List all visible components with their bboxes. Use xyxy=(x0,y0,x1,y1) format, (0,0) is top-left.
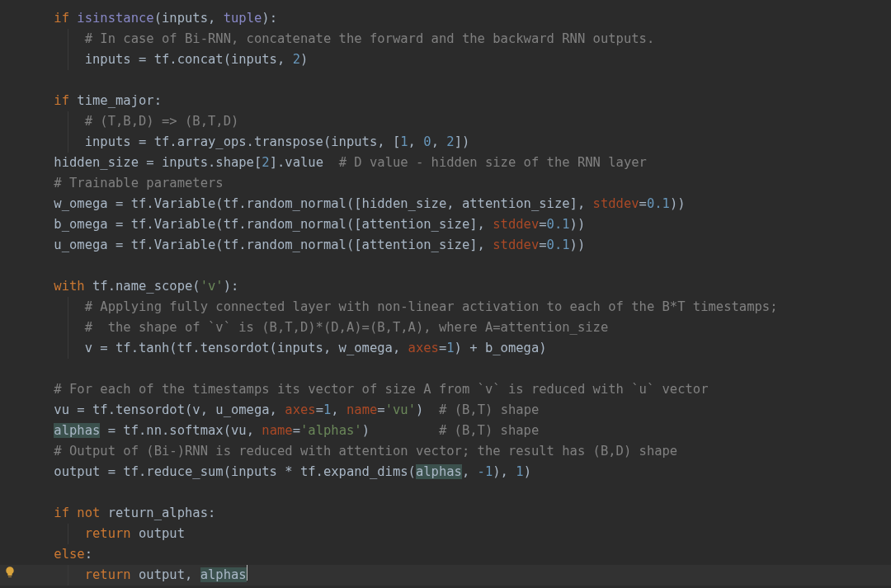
code-token: # Output of (Bi-)RNN is reduced with att… xyxy=(54,444,677,459)
code-token: with xyxy=(54,279,92,294)
code-line[interactable]: # Trainable parameters xyxy=(0,173,891,194)
code-token: axes xyxy=(408,341,439,355)
code-line[interactable]: # In case of Bi-RNN, concatenate the for… xyxy=(0,29,891,49)
code-token: )) xyxy=(570,217,586,232)
code-token: if xyxy=(54,11,77,26)
code-token: )) xyxy=(570,238,586,252)
code-token: hidden_size = inputs.shape[ xyxy=(54,155,262,170)
code-token: -1 xyxy=(478,464,493,479)
code-token: # (B,T) shape xyxy=(439,423,539,438)
code-line[interactable]: b_omega = tf.Variable(tf.random_normal([… xyxy=(0,214,891,235)
code-token: ) + b_omega) xyxy=(455,341,547,355)
code-token: 2 xyxy=(446,134,454,149)
code-line[interactable]: inputs = tf.concat(inputs, 2) xyxy=(0,49,891,70)
code-token: 'alphas' xyxy=(300,423,362,438)
code-token: 'vu' xyxy=(385,402,416,417)
code-token: = xyxy=(539,238,546,252)
code-token: ]) xyxy=(455,134,470,149)
code-token: alphas xyxy=(200,567,247,582)
code-token: ) xyxy=(524,464,531,479)
code-line[interactable]: if time_major: xyxy=(0,91,891,111)
code-token: 0.1 xyxy=(647,196,670,211)
code-line[interactable]: alphas = tf.nn.softmax(vu, name='alphas'… xyxy=(0,421,891,441)
code-token: = xyxy=(639,196,647,211)
code-token: , xyxy=(331,402,346,417)
code-token: ): xyxy=(224,279,239,294)
code-line[interactable]: # Output of (Bi-)RNN is reduced with att… xyxy=(0,441,891,462)
code-line[interactable]: hidden_size = inputs.shape[2].value # D … xyxy=(0,153,891,173)
code-line[interactable]: if isinstance(inputs, tuple): xyxy=(0,8,891,29)
code-token: 1 xyxy=(446,341,454,355)
code-token: stddev xyxy=(493,217,539,232)
code-token: , xyxy=(431,134,447,149)
code-token: = xyxy=(439,341,446,355)
code-token: # In case of Bi-RNN, concatenate the for… xyxy=(85,31,655,46)
code-line[interactable] xyxy=(0,359,891,379)
code-token: output xyxy=(139,526,185,541)
code-token: 0 xyxy=(423,134,431,149)
code-token: b_omega = tf.Variable(tf.random_normal([… xyxy=(54,217,493,232)
code-token: return_alphas: xyxy=(108,506,216,520)
code-token: 0.1 xyxy=(547,217,570,232)
code-line[interactable]: if not return_alphas: xyxy=(0,503,891,524)
code-token: return xyxy=(85,526,139,541)
code-token: 'v' xyxy=(200,279,224,294)
code-line[interactable] xyxy=(0,256,891,276)
code-line[interactable]: # Applying fully connected layer with no… xyxy=(0,297,891,318)
code-line[interactable]: return output xyxy=(0,524,891,544)
code-token: ): xyxy=(262,11,277,26)
code-line[interactable]: u_omega = tf.Variable(tf.random_normal([… xyxy=(0,235,891,256)
code-token: 1 xyxy=(516,464,523,479)
code-token: u_omega = tf.Variable(tf.random_normal([… xyxy=(54,238,493,252)
code-token: 2 xyxy=(262,155,269,170)
code-line[interactable] xyxy=(0,482,891,503)
code-line[interactable]: vu = tf.tensordot(v, u_omega, axes=1, na… xyxy=(0,400,891,421)
code-line[interactable]: else: xyxy=(0,544,891,565)
code-token: stddev xyxy=(593,196,639,211)
code-token: 1 xyxy=(400,134,408,149)
code-token: else xyxy=(54,547,84,562)
code-token: = xyxy=(377,402,384,417)
code-token: : xyxy=(85,547,92,562)
code-token: = xyxy=(316,402,323,417)
code-line[interactable]: v = tf.tanh(tf.tensordot(inputs, w_omega… xyxy=(0,338,891,359)
code-line[interactable]: with tf.name_scope('v'): xyxy=(0,276,891,297)
code-token: ), xyxy=(493,464,516,479)
code-line[interactable]: w_omega = tf.Variable(tf.random_normal([… xyxy=(0,194,891,214)
code-token: ) xyxy=(300,52,308,67)
code-token: # Trainable parameters xyxy=(54,176,223,191)
code-line[interactable]: return output, alphas xyxy=(0,565,891,586)
code-line[interactable] xyxy=(0,70,891,91)
code-line[interactable]: output = tf.reduce_sum(inputs * tf.expan… xyxy=(0,462,891,482)
code-line[interactable]: inputs = tf.array_ops.transpose(inputs, … xyxy=(0,132,891,153)
code-token: # the shape of `v` is (B,T,D)*(D,A)=(B,T… xyxy=(85,320,609,335)
code-token: 1 xyxy=(323,402,331,417)
code-token: # (B,T) shape xyxy=(439,402,539,417)
code-token: ) xyxy=(416,402,439,417)
code-token: = xyxy=(539,217,546,232)
code-token: # (T,B,D) => (B,T,D) xyxy=(85,114,239,129)
code-token: name xyxy=(346,402,377,417)
code-line[interactable]: # (T,B,D) => (B,T,D) xyxy=(0,111,891,132)
intention-bulb-icon[interactable] xyxy=(3,565,16,578)
code-token: )) xyxy=(670,196,686,211)
code-token: , xyxy=(408,134,424,149)
text-caret xyxy=(247,565,248,581)
code-token: inputs = tf.array_ops.transpose(inputs, … xyxy=(85,134,401,149)
code-token: 2 xyxy=(293,52,300,67)
code-token: tf.name_scope( xyxy=(92,279,200,294)
code-token: vu = tf.tensordot(v, u_omega, xyxy=(54,402,285,417)
code-token: name xyxy=(262,423,292,438)
code-token: 0.1 xyxy=(547,238,570,252)
code-line[interactable]: # the shape of `v` is (B,T,D)*(D,A)=(B,T… xyxy=(0,318,891,338)
code-editor[interactable]: if isinstance(inputs, tuple): # In case … xyxy=(0,0,891,586)
code-token: stddev xyxy=(493,238,539,252)
code-token: output = tf.reduce_sum(inputs * tf.expan… xyxy=(54,464,416,479)
code-token: return xyxy=(85,567,139,582)
code-token: if not xyxy=(54,506,107,520)
code-token: w_omega = tf.Variable(tf.random_normal([… xyxy=(54,196,592,211)
code-token: , xyxy=(462,464,478,479)
code-line[interactable]: # For each of the timestamps its vector … xyxy=(0,379,891,400)
code-token: (inputs, xyxy=(154,11,224,26)
code-token: isinstance xyxy=(77,11,153,26)
